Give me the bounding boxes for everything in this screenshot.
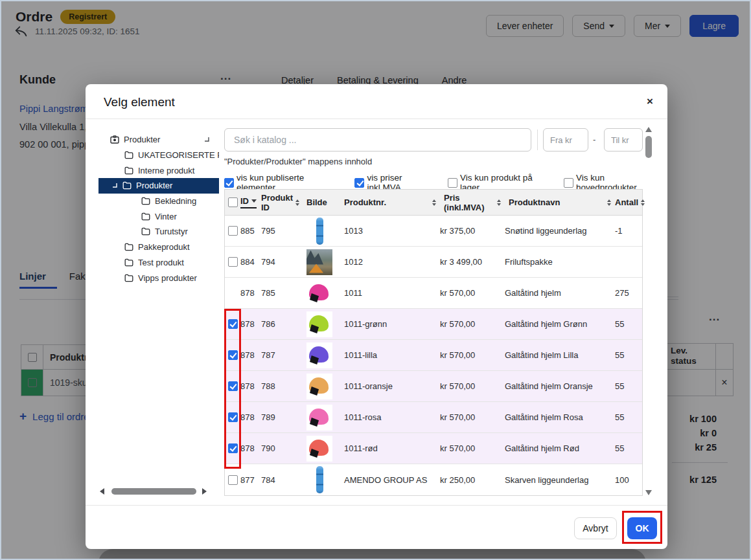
catalog-table-row[interactable]: 878 789 1011-rosa kr 570,00 Galtåtind hj… (225, 402, 642, 433)
cell-product-name: Skarven liggeunderlag (505, 475, 615, 485)
cell-id: 884 (240, 257, 261, 267)
row-checkbox[interactable] (228, 226, 238, 236)
row-checkbox[interactable] (228, 412, 238, 422)
cell-price: kr 570,00 (440, 288, 505, 298)
tree-item-folder[interactable]: UKATEGORISERTE PRODU (98, 148, 219, 163)
checkbox[interactable] (224, 178, 234, 188)
catalog-table-row[interactable]: 878 787 1011-lilla kr 570,00 Galtåtind h… (225, 340, 642, 371)
checkbox[interactable] (564, 178, 573, 188)
tree-root-produkter[interactable]: Produkter (98, 132, 219, 148)
catalog-table-row[interactable]: 885 795 1013 kr 375,00 Snøtind liggeunde… (225, 216, 642, 247)
product-image (306, 280, 332, 306)
scroll-left-arrow-icon[interactable] (100, 488, 104, 495)
column-header-antall[interactable]: Antall (615, 197, 643, 207)
price-from-input[interactable] (543, 128, 588, 151)
tree-item-folder[interactable]: Test produkt (98, 255, 219, 271)
select-all-checkbox[interactable] (228, 197, 238, 207)
divider (537, 129, 538, 150)
tree-item-folder[interactable]: Bekledning (98, 194, 219, 209)
folder-icon (124, 166, 133, 175)
column-header-id[interactable]: ID (240, 196, 261, 208)
cell-price: kr 570,00 (440, 412, 505, 422)
cell-qty: 100 (615, 475, 643, 485)
row-checkbox[interactable] (228, 381, 238, 391)
price-range-dash: - (593, 135, 595, 144)
row-checkbox[interactable] (228, 319, 238, 329)
folder-icon (141, 212, 150, 221)
product-image (306, 342, 332, 368)
cell-id: 878 (240, 381, 261, 391)
checkbox[interactable] (448, 178, 457, 188)
tree-item-folder[interactable]: Turutstyr (98, 224, 219, 240)
app-window: Ordre Registrert 11.11.2025 09:32, ID: 1… (0, 0, 751, 560)
catalog-table-row[interactable]: 884 794 1012 kr 3 499,00 Friluftspakke (225, 247, 642, 278)
sort-desc-icon (251, 199, 257, 203)
cell-product-name: Galtåtind hjelm Rosa (505, 412, 615, 422)
tree-item-folder[interactable]: Produkter (98, 178, 219, 194)
dialog-title: Velg element (104, 95, 175, 109)
tree-item-folder[interactable]: Vinter (98, 208, 219, 224)
cell-product-id: 785 (261, 288, 297, 298)
cell-price: kr 375,00 (440, 226, 505, 236)
catalog-table-row[interactable]: 877 784 AMENDO GROUP AS kr 250,00 Skarve… (225, 464, 642, 495)
sort-icon[interactable] (497, 199, 501, 206)
catalog-table-row[interactable]: 878 786 1011-grønn kr 570,00 Galtåtind h… (225, 309, 642, 340)
checkbox[interactable] (354, 178, 364, 188)
folder-icon (141, 227, 150, 236)
sort-icon[interactable] (641, 199, 645, 206)
price-to-input[interactable] (604, 128, 643, 151)
column-header-produktnr[interactable]: Produktnr. (344, 197, 440, 207)
cell-product-no: AMENDO GROUP AS (344, 475, 440, 485)
cell-id: 877 (240, 475, 261, 485)
select-element-dialog: Velg element × Produkter UKATEGOR (86, 84, 667, 549)
cell-price: kr 570,00 (440, 319, 505, 329)
cell-product-no: 1011-rød (344, 443, 440, 453)
row-checkbox[interactable] (228, 443, 238, 453)
tree-horizontal-scrollbar (100, 487, 216, 496)
catalog-box-icon (110, 135, 119, 144)
cell-id: 878 (240, 350, 261, 360)
scroll-down-arrow-icon[interactable] (645, 490, 652, 495)
cell-price: kr 3 499,00 (440, 257, 505, 267)
product-image (306, 374, 332, 399)
catalog-table-row[interactable]: 878 785 1011 kr 570,00 Galtåtind hjelm 2… (225, 278, 642, 309)
close-icon[interactable]: × (647, 95, 653, 108)
search-input[interactable] (224, 128, 531, 151)
catalog-table-row[interactable]: 878 790 1011-rød kr 570,00 Galtåtind hje… (225, 433, 642, 464)
cell-product-no: 1011-grønn (344, 319, 440, 329)
product-image (306, 405, 332, 431)
tree-item-folder[interactable]: Pakkeprodukt (98, 240, 219, 255)
row-checkbox[interactable] (228, 475, 238, 485)
row-checkbox[interactable] (228, 350, 238, 360)
ok-button[interactable]: OK (627, 517, 657, 539)
column-header-product-id[interactable]: Produkt ID (261, 193, 297, 212)
cell-product-no: 1012 (344, 257, 440, 267)
cell-product-id: 789 (261, 412, 297, 422)
cell-product-id: 790 (261, 443, 297, 453)
folder-icon (124, 151, 133, 159)
column-header-pris[interactable]: Pris (inkl.MVA) (440, 193, 505, 212)
cell-qty: 275 (615, 288, 643, 298)
sort-icon[interactable] (607, 199, 611, 206)
cell-price: kr 250,00 (440, 475, 505, 485)
tree-item-folder[interactable]: Interne produkt (98, 162, 219, 178)
cancel-button[interactable]: Avbryt (574, 517, 617, 539)
row-checkbox[interactable] (228, 257, 238, 267)
sort-icon[interactable] (432, 199, 436, 206)
catalog-table: ID Produkt ID Bilde Produktnr. Pris (ink… (224, 189, 643, 496)
catalog-table-row[interactable]: 878 788 1011-oransje kr 570,00 Galtåtind… (225, 371, 642, 402)
scroll-up-arrow-icon[interactable] (645, 127, 652, 132)
horizontal-scrollbar-thumb[interactable] (111, 488, 196, 495)
folder-icon (124, 274, 133, 282)
scroll-right-arrow-icon[interactable] (202, 488, 207, 495)
column-header-produktnavn[interactable]: Produktnavn (505, 197, 615, 207)
vertical-scrollbar-thumb[interactable] (645, 136, 652, 158)
cell-id: 878 (240, 443, 261, 453)
tree-item-folder[interactable]: Vipps produkter (98, 270, 219, 286)
cell-product-no: 1011-rosa (344, 412, 440, 422)
cell-product-id: 788 (261, 381, 297, 391)
cell-price: kr 570,00 (440, 381, 505, 391)
product-image (306, 249, 332, 275)
cell-id: 885 (240, 226, 261, 236)
cell-product-name: Galtåtind hjelm Oransje (505, 381, 615, 391)
